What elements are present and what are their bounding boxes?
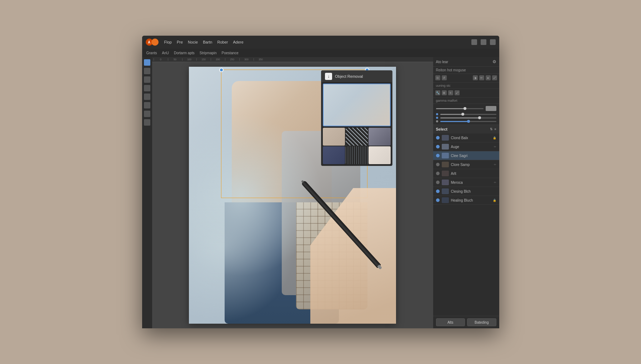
alts-button[interactable]: Alts	[436, 318, 465, 326]
layers-panel: Select ⇅ ≡ Clond Balx 🔒	[433, 125, 499, 316]
toolbar-stripmapin[interactable]: Stripmapin	[198, 51, 218, 55]
menu-pre[interactable]: Pre	[177, 40, 183, 44]
adj-icon-2[interactable]: ↺	[442, 75, 447, 80]
toolbar-grants[interactable]: Grants	[145, 51, 159, 55]
select-tool[interactable]	[144, 59, 150, 66]
tools-adj-2[interactable]: ⊞	[442, 90, 447, 95]
or-thumb-1[interactable]	[323, 128, 345, 146]
layer-name-4: Arlt	[451, 172, 494, 176]
slider-dot-3	[436, 120, 438, 122]
layers-list: Clond Balx 🔒 Auge ✏ Clee Sagri	[433, 133, 499, 205]
bateding-button[interactable]: Bateding	[467, 318, 496, 326]
ruler-300: 300	[239, 58, 254, 61]
menu-nocie[interactable]: Nocie	[188, 40, 198, 44]
main-area: 0 50 100 150 200 250 300 350	[142, 57, 499, 328]
layer-item-2[interactable]: Clee Sagri	[433, 151, 499, 160]
right-panel: Ato lear ⚙ Reiton hot moguse ⊙ ↺ ◑ ✏ ● 🖊…	[433, 57, 499, 328]
layer-name-7: Healing Bluch	[451, 198, 491, 202]
or-thumb-2[interactable]	[346, 128, 368, 146]
sliders-section	[433, 104, 499, 125]
layer-thumb-3	[442, 162, 449, 167]
adj-icon-3[interactable]: ◑	[473, 75, 478, 80]
layer-item-3[interactable]: Clore Samp ✏	[433, 160, 499, 169]
tools-adj-3[interactable]: ≡	[448, 90, 453, 95]
gamma-section: gamma maifort	[433, 98, 499, 104]
layer-vis-2[interactable]	[436, 154, 440, 157]
image-canvas[interactable]: ↓ Object Removal	[189, 67, 396, 324]
layers-controls: ⇅ ≡	[490, 127, 496, 131]
selection-handle-tl[interactable]	[219, 68, 224, 72]
layer-vis-0[interactable]	[436, 136, 440, 140]
uuning-label: uuning stc	[433, 83, 499, 89]
app-window: A Flop Pre Nocie Bartn Rober Adere Grant…	[142, 36, 499, 328]
layer-thumb-0	[442, 135, 449, 141]
adj-icon-4[interactable]: ✏	[479, 75, 484, 80]
layer-vis-5[interactable]	[436, 181, 440, 184]
menu-bar: Flop Pre Nocie Bartn Rober Adere	[164, 40, 244, 44]
eraser-tool[interactable]	[144, 119, 150, 126]
toolbar-anu[interactable]: AnU	[161, 51, 170, 55]
adj-icon-6[interactable]: 🖊	[492, 75, 497, 80]
layer-vis-4[interactable]	[436, 172, 440, 175]
object-removal-arrow-icon[interactable]: ↓	[325, 73, 332, 80]
layer-item-0[interactable]: Clond Balx 🔒	[433, 133, 499, 142]
menu-adere[interactable]: Adere	[233, 40, 243, 44]
layer-name-6: Clesing Blch	[451, 189, 494, 193]
layer-name-0: Clond Balx	[451, 136, 491, 140]
right-panel-settings-icon[interactable]: ⚙	[492, 59, 496, 64]
slider-1[interactable]	[436, 108, 484, 109]
layer-lock-3: ✏	[494, 163, 496, 166]
menu-flop[interactable]: Flop	[164, 40, 172, 44]
ruler-marks: 0 50 100 150 200 250 300 350	[154, 58, 432, 61]
reiton-label: Reiton hot moguse	[433, 67, 499, 74]
tools-adj-1[interactable]: 🔧	[435, 90, 440, 95]
layer-name-1: Auge	[451, 145, 492, 149]
menu-rober[interactable]: Rober	[217, 40, 228, 44]
layer-vis-7[interactable]	[436, 198, 440, 202]
layer-item-1[interactable]: Auge ✏	[433, 142, 499, 151]
or-thumb-large[interactable]	[323, 84, 391, 126]
canvas-area[interactable]: 0 50 100 150 200 250 300 350	[152, 57, 433, 328]
crop-tool[interactable]	[144, 68, 150, 74]
layer-thumb-4	[442, 171, 449, 176]
layer-thumb-2	[442, 153, 449, 158]
clone-tool[interactable]	[144, 85, 150, 91]
title-tool-3[interactable]	[490, 39, 496, 45]
or-thumb-4[interactable]	[323, 146, 345, 164]
tools-adj-4[interactable]: 🖊	[455, 90, 460, 95]
layer-item-4[interactable]: Arlt	[433, 169, 499, 178]
layers-filter-icon[interactable]: ≡	[494, 127, 496, 131]
right-panel-top: Ato lear ⚙	[433, 57, 499, 67]
menu-bartn[interactable]: Bartn	[203, 40, 212, 44]
object-removal-title: Object Removal	[335, 74, 363, 79]
toolbar-dortarm[interactable]: Dortarm apts	[172, 51, 196, 55]
adj-icon-5[interactable]: ●	[486, 75, 491, 80]
adj-row-1: ⊙ ↺ ◑ ✏ ● 🖊	[435, 75, 497, 80]
or-thumb-6[interactable]	[369, 146, 391, 164]
adj-icon-1[interactable]: ⊙	[435, 75, 440, 80]
title-tool-1[interactable]	[471, 39, 477, 45]
ruler-350: 350	[254, 58, 268, 61]
object-removal-header: ↓ Object Removal	[321, 71, 392, 82]
heal-tool[interactable]	[144, 93, 150, 100]
toolbar-poestance[interactable]: Poestance	[220, 51, 240, 55]
layer-item-7[interactable]: Healing Bluch 🔒	[433, 196, 499, 205]
slider-3[interactable]	[440, 117, 496, 118]
brush-tool[interactable]	[144, 76, 150, 83]
slider-4[interactable]	[440, 121, 496, 122]
layers-sort-icon[interactable]: ⇅	[490, 127, 493, 131]
slider-2[interactable]	[440, 114, 496, 115]
slider-dot-1	[436, 113, 438, 115]
layer-vis-3[interactable]	[436, 163, 440, 166]
title-bar: A Flop Pre Nocie Bartn Rober Adere	[142, 36, 499, 49]
layer-item-5[interactable]: Meroca ✏	[433, 178, 499, 187]
spot-tool[interactable]	[144, 102, 150, 108]
layer-vis-1[interactable]	[436, 145, 440, 148]
gamma-label: gamma maifort	[436, 99, 457, 102]
patch-tool[interactable]	[144, 111, 150, 117]
title-tool-2[interactable]	[481, 39, 486, 45]
layer-vis-6[interactable]	[436, 189, 440, 193]
or-thumb-5[interactable]	[346, 146, 368, 164]
layer-item-6[interactable]: Clesing Blch	[433, 187, 499, 196]
or-thumb-3[interactable]	[369, 128, 391, 146]
